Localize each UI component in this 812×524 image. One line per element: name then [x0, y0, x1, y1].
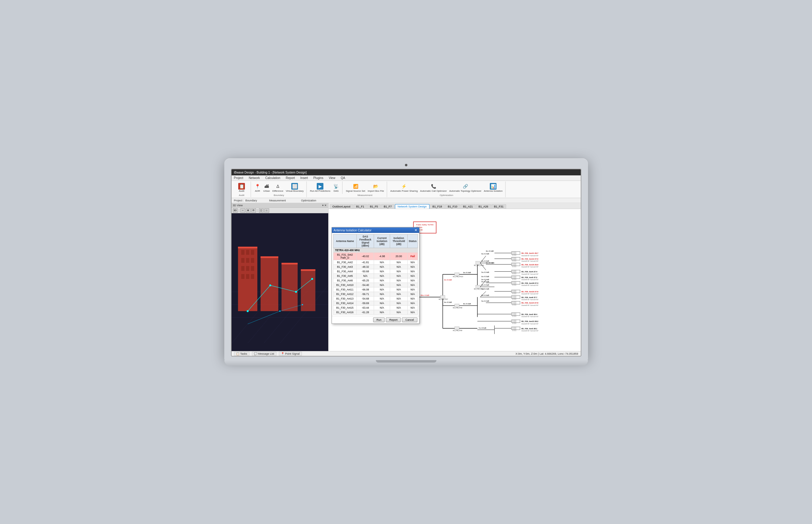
- ribbon-btn-auto-topology[interactable]: 🔗 Automatic Topology Optimizer: [448, 182, 482, 193]
- cell-name-4: B1_F30_Ant5: [333, 274, 357, 278]
- table-row-3: B1_F30_Ant4 -50.68 N/A N/A N/A: [333, 269, 418, 274]
- 3d-toolbar: 3D ↔ ⊕ ⟳ ◻ ⌂: [232, 208, 328, 213]
- svg-point-34: [269, 284, 271, 286]
- dialog-report-button[interactable]: Report: [386, 317, 401, 322]
- tb-zoom[interactable]: ⊕: [246, 208, 251, 213]
- svg-text:Downti8 90° Azimuth 90°: Downti8 90° Azimuth 90°: [521, 316, 539, 317]
- cell-thresh-10: N/A: [390, 301, 408, 306]
- cell-status-4: N/A: [408, 274, 418, 278]
- coordinates-display: X:0m, Y:0m, Z:0m | Lat: 4.666269, Lonc:-…: [515, 352, 578, 355]
- dialog-content: Antenna Name DAS FeedbackSignal (dBm) Cu…: [332, 233, 419, 316]
- svg-rect-13: [241, 258, 244, 263]
- laptop-base: [224, 360, 588, 365]
- title-bar: iBwave Design - Building 1 - [Network Sy…: [232, 169, 581, 175]
- menu-qa[interactable]: QA: [339, 176, 346, 180]
- menu-plugins[interactable]: Plugins: [312, 176, 324, 180]
- menu-network[interactable]: Network: [248, 176, 261, 180]
- col-threshold: IsolationThreshold (dB): [390, 234, 408, 248]
- antenna-isolation-dialog[interactable]: Antenna Isolation Calculator ✕ Antenna N…: [332, 227, 419, 324]
- svg-text:B1_F30_Ant6  27.7: B1_F30_Ant6 27.7: [521, 296, 537, 298]
- menu-view[interactable]: View: [328, 176, 337, 180]
- tab-b1f18[interactable]: B1_F18: [430, 204, 445, 209]
- menu-calculation[interactable]: Calculation: [264, 176, 281, 180]
- cell-status-5: N/A: [408, 278, 418, 283]
- message-list-icon: 💬: [254, 352, 257, 355]
- ribbon-btn-urban[interactable]: 🏙 Urban: [262, 182, 271, 193]
- ribbon-btn-adr[interactable]: 📍 ADR: [253, 182, 262, 193]
- tab-b1f10[interactable]: B1_F10: [445, 204, 460, 209]
- menu-bar: Project Network Calculation Report Inser…: [232, 175, 581, 181]
- tb-rotate[interactable]: ⟳: [251, 208, 256, 213]
- dialog-close-button[interactable]: ✕: [414, 228, 417, 232]
- tab-b1f1[interactable]: B1_F1: [353, 204, 367, 209]
- cell-das-3: -50.68: [357, 269, 374, 274]
- status-tab-tasks[interactable]: 📋 Tasks: [234, 351, 250, 356]
- tb-3d[interactable]: 3D: [233, 208, 238, 213]
- group-header-tetra: TETRA 410-430 MHz: [333, 248, 418, 252]
- laptop-outer: iBwave Design - Building 1 - [Network Sy…: [224, 159, 588, 365]
- table-row-5: B1_F30_Ant6 -65.25 N/A N/A N/A: [333, 278, 418, 283]
- ribbon-btn-das[interactable]: 📡 DAS: [332, 182, 340, 193]
- svg-text:B1_F30_Ant4  27.4: B1_F30_Ant4 27.4: [521, 271, 537, 273]
- svg-point-35: [295, 291, 297, 293]
- dialog-cancel-button[interactable]: Cancel: [402, 317, 417, 322]
- status-tab-message-list[interactable]: 💬 Message List: [252, 351, 276, 356]
- table-row-8: B1_F30_Ant12 -56.71 N/A N/A N/A: [333, 292, 418, 296]
- table-row-2: B1_F30_Ant3 -48.32 N/A N/A N/A: [333, 265, 418, 269]
- cell-status-9: N/A: [408, 296, 418, 301]
- svg-text:Downti8 90° Azimuth 90°: Downti8 90° Azimuth 90°: [521, 323, 539, 325]
- cell-thresh-4: N/A: [390, 274, 408, 278]
- svg-text:Downti8 90° Azimuth 90°: Downti8 90° Azimuth 90°: [521, 266, 539, 268]
- tb-home[interactable]: ⌂: [264, 208, 269, 213]
- app-container: iBwave Design - Building 1 - [Network Sy…: [232, 169, 581, 356]
- ribbon-btn-virtual-boundary[interactable]: ⬜ Virtual Boundary: [285, 182, 305, 193]
- tab-b1f7[interactable]: B1_F7: [381, 204, 395, 209]
- ribbon-btn-auto-call[interactable]: 📞 Automatic Call Optimizer: [419, 182, 448, 193]
- ribbon-btn-antenna-isolation[interactable]: 📊 Antenna Isolation: [483, 182, 504, 193]
- ribbon-title-audit: Audit: [239, 194, 244, 197]
- tab-outdoor-layout[interactable]: OutdoorLayout: [330, 204, 353, 209]
- table-row-6: B1_F30_Ant10 -54.40 N/A N/A N/A: [333, 283, 418, 288]
- svg-text:8m /0.6dB: 8m /0.6dB: [486, 250, 494, 252]
- ribbon-section-audit: 📋 Audit Audit: [233, 181, 251, 197]
- ribbon-btn-run-all[interactable]: ▶ Run All Predictions: [309, 182, 331, 193]
- workspace: 3D View ▾ ✕ 3D ↔ ⊕ ⟳ ◻ ⌂: [232, 203, 581, 351]
- svg-rect-23: [260, 256, 278, 258]
- cell-iso-10: N/A: [374, 301, 390, 306]
- tab-b1f31[interactable]: B1_F31: [491, 204, 507, 209]
- ribbon-btn-audit[interactable]: 📋 Audit: [237, 182, 246, 193]
- tab-network-system-design[interactable]: Network System Design: [395, 204, 429, 209]
- menu-insert[interactable]: Insert: [299, 176, 309, 180]
- screen: iBwave Design - Building 1 - [Network Sy…: [231, 169, 582, 357]
- run-all-icon: ▶: [317, 183, 323, 190]
- svg-rect-17: [246, 266, 249, 271]
- cell-status-1: N/A: [408, 260, 418, 265]
- cell-iso-1: N/A: [374, 260, 390, 265]
- virtual-boundary-icon: ⬜: [291, 183, 298, 190]
- cell-status-12: N/A: [408, 310, 418, 315]
- menu-project[interactable]: Project: [233, 176, 244, 180]
- cell-thresh-9: N/A: [390, 296, 408, 301]
- tb-fit[interactable]: ◻: [259, 208, 264, 213]
- tb-pan[interactable]: ↔: [240, 208, 245, 213]
- status-tab-point-signal[interactable]: 📍 Point Signal: [279, 351, 302, 356]
- ribbon-section-measurement: 📶 Signal Source Set 📂 Import Box File Me…: [343, 181, 387, 197]
- svg-text:8m /0.6dB: 8m /0.6dB: [463, 303, 471, 305]
- tab-b1f5[interactable]: B1_F5: [367, 204, 381, 209]
- ribbon-btn-import-box[interactable]: 📂 Import Box File: [367, 182, 385, 193]
- tab-b1a21[interactable]: B1_A21: [460, 204, 476, 209]
- table-row-10: B1_F30_Ant14 -59.69 N/A N/A N/A: [333, 301, 418, 306]
- svg-rect-10: [241, 250, 244, 255]
- ribbon-btn-difference[interactable]: Δ Difference: [272, 182, 284, 193]
- dialog-run-button[interactable]: Run: [373, 317, 385, 322]
- svg-text:5m /0.4dB: 5m /0.4dB: [481, 288, 489, 290]
- cell-name-10: B1_F30_Ant14: [333, 301, 357, 306]
- tab-b1a26[interactable]: B1_A26: [476, 204, 491, 209]
- ribbon-btn-signal-source[interactable]: 📶 Signal Source Set: [345, 182, 366, 193]
- menu-report[interactable]: Report: [285, 176, 296, 180]
- point-signal-icon: 📍: [281, 352, 284, 355]
- svg-text:B1_F30_Ant10  27.9: B1_F30_Ant10 27.9: [521, 291, 538, 293]
- ribbon-btn-auto-power[interactable]: ⚡ Automatic Power Sharing: [389, 182, 418, 193]
- cell-iso-7: N/A: [374, 288, 390, 292]
- antenna-isolation-icon: 📊: [490, 183, 496, 190]
